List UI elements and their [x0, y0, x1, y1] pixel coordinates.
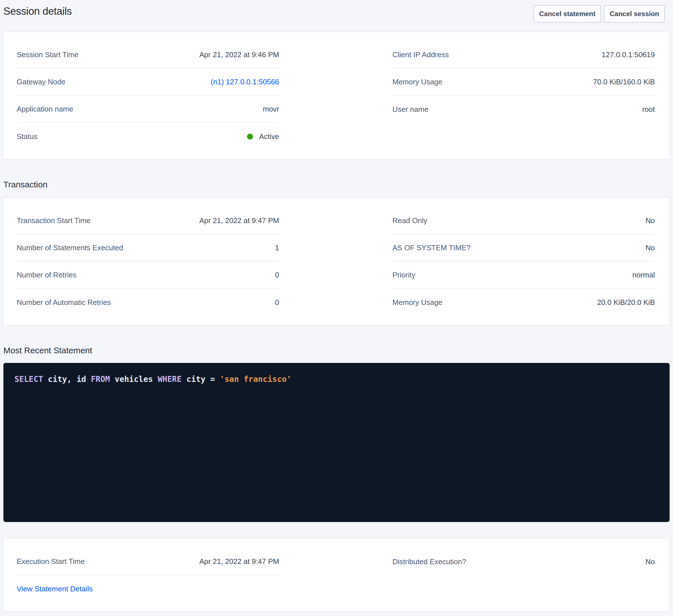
- execution-start-time-value: Apr 21, 2022 at 9:47 PM: [199, 557, 279, 566]
- sql-token-kw: SELECT: [14, 374, 43, 384]
- session-memory-usage-value: 70.0 KiB/160.0 KiB: [593, 77, 655, 86]
- view-statement-details-row: View Statement Details: [17, 575, 279, 602]
- session-start-time-row: Session Start Time Apr 21, 2022 at 9:46 …: [17, 41, 279, 68]
- transaction-card: Transaction Start Time Apr 21, 2022 at 9…: [3, 198, 670, 325]
- application-name-value: movr: [263, 105, 279, 113]
- execution-left-column: Execution Start Time Apr 21, 2022 at 9:4…: [17, 548, 279, 602]
- status-value: Active: [247, 132, 279, 141]
- read-only-label: Read Only: [393, 216, 427, 225]
- distributed-execution-value: No: [646, 557, 655, 566]
- automatic-retries-value: 0: [275, 298, 279, 307]
- transaction-start-time-label: Transaction Start Time: [17, 216, 91, 225]
- user-name-value: root: [642, 105, 655, 114]
- sql-token-str: 'san francisco': [220, 374, 291, 384]
- client-ip-value: 127.0.0.1:50619: [602, 50, 655, 59]
- statements-executed-value: 1: [275, 244, 279, 252]
- execution-right-column: Distributed Execution? No: [393, 548, 655, 602]
- session-start-time-value: Apr 21, 2022 at 9:46 PM: [199, 50, 279, 59]
- transaction-start-time-value: Apr 21, 2022 at 9:47 PM: [199, 216, 279, 225]
- sql-token-id: city, id: [43, 374, 91, 384]
- read-only-row: Read Only No: [393, 207, 655, 234]
- sql-statement-box: SELECT city, id FROM vehicles WHERE city…: [3, 363, 670, 522]
- cancel-statement-button[interactable]: Cancel statement: [534, 5, 601, 23]
- as-of-system-time-row: AS OF SYSTEM TIME? No: [393, 234, 655, 262]
- priority-row: Priority normal: [393, 262, 655, 289]
- transaction-right-column: Read Only No AS OF SYSTEM TIME? No Prior…: [393, 207, 655, 316]
- client-ip-label: Client IP Address: [393, 50, 449, 59]
- execution-start-time-row: Execution Start Time Apr 21, 2022 at 9:4…: [17, 548, 279, 575]
- read-only-value: No: [646, 216, 655, 225]
- status-text: Active: [259, 132, 279, 141]
- automatic-retries-row: Number of Automatic Retries 0: [17, 289, 279, 316]
- user-name-label: User name: [393, 105, 429, 114]
- session-summary-right-column: Client IP Address 127.0.0.1:50619 Memory…: [393, 41, 655, 150]
- as-of-system-time-label: AS OF SYSTEM TIME?: [393, 244, 470, 252]
- gateway-node-label: Gateway Node: [17, 77, 65, 86]
- execution-start-time-label: Execution Start Time: [17, 557, 85, 566]
- automatic-retries-label: Number of Automatic Retries: [17, 298, 111, 307]
- page-title: Session details: [3, 4, 72, 19]
- sql-token-kw: WHERE: [158, 374, 182, 384]
- session-memory-usage-label: Memory Usage: [393, 77, 442, 86]
- client-ip-row: Client IP Address 127.0.0.1:50619: [393, 41, 655, 68]
- view-statement-details-link[interactable]: View Statement Details: [17, 585, 92, 593]
- session-details-page: Session details Cancel statement Cancel …: [0, 0, 673, 611]
- page-header: Session details Cancel statement Cancel …: [3, 0, 670, 19]
- priority-value: normal: [633, 271, 655, 279]
- statements-executed-label: Number of Statements Executed: [17, 244, 123, 252]
- session-summary-left-column: Session Start Time Apr 21, 2022 at 9:46 …: [17, 41, 279, 150]
- application-name-row: Application name movr: [17, 96, 279, 123]
- gateway-node-link[interactable]: (n1) 127.0.0.1:50566: [211, 77, 279, 86]
- distributed-execution-label: Distributed Execution?: [393, 557, 466, 566]
- transaction-section-title: Transaction: [3, 180, 670, 190]
- transaction-memory-usage-value: 20.0 KiB/20.0 KiB: [597, 298, 655, 307]
- statements-executed-row: Number of Statements Executed 1: [17, 234, 279, 262]
- transaction-start-time-row: Transaction Start Time Apr 21, 2022 at 9…: [17, 207, 279, 234]
- most-recent-statement-section-title: Most Recent Statement: [3, 345, 670, 356]
- sql-token-id: city =: [182, 374, 220, 384]
- session-memory-usage-row: Memory Usage 70.0 KiB/160.0 KiB: [393, 68, 655, 96]
- status-label: Status: [17, 132, 38, 141]
- session-summary-card: Session Start Time Apr 21, 2022 at 9:46 …: [3, 32, 670, 160]
- sql-token-id: vehicles: [110, 374, 158, 384]
- retries-value: 0: [275, 271, 279, 279]
- retries-label: Number of Retries: [17, 271, 76, 279]
- execution-card: Execution Start Time Apr 21, 2022 at 9:4…: [3, 539, 670, 611]
- status-row: Status Active: [17, 123, 279, 150]
- as-of-system-time-value: No: [646, 244, 655, 252]
- user-name-row: User name root: [393, 96, 655, 123]
- transaction-memory-usage-label: Memory Usage: [393, 298, 442, 307]
- status-active-dot-icon: [247, 133, 253, 139]
- transaction-left-column: Transaction Start Time Apr 21, 2022 at 9…: [17, 207, 279, 316]
- transaction-memory-usage-row: Memory Usage 20.0 KiB/20.0 KiB: [393, 289, 655, 316]
- priority-label: Priority: [393, 271, 416, 279]
- gateway-node-row: Gateway Node (n1) 127.0.0.1:50566: [17, 68, 279, 96]
- cancel-session-button[interactable]: Cancel session: [604, 5, 665, 23]
- header-actions: Cancel statement Cancel session: [534, 5, 665, 23]
- distributed-execution-row: Distributed Execution? No: [393, 548, 655, 575]
- session-start-time-label: Session Start Time: [17, 50, 78, 59]
- application-name-label: Application name: [17, 105, 73, 113]
- retries-row: Number of Retries 0: [17, 262, 279, 289]
- sql-token-kw: FROM: [91, 374, 110, 384]
